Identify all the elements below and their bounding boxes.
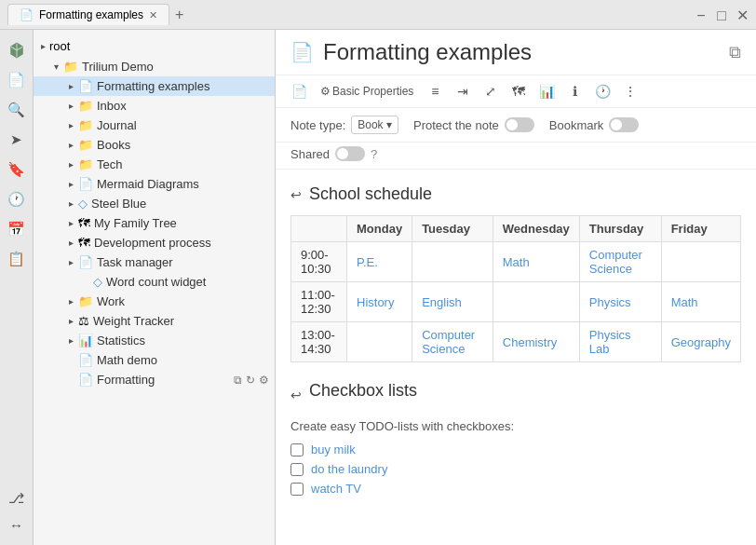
chevron-icon: ▸ xyxy=(63,81,78,91)
tree-label: Formatting examples xyxy=(97,79,209,93)
cell-time: 13:00-14:30 xyxy=(291,322,347,362)
bookmarks-icon[interactable]: 🔖 xyxy=(4,157,30,183)
git-icon[interactable]: ⎇ xyxy=(4,485,30,511)
cell-mon xyxy=(347,322,412,362)
tree-item-journal[interactable]: ▸ 📁 Journal xyxy=(34,116,275,135)
toolbar-btn-1[interactable]: ≡ xyxy=(423,79,447,103)
tree-item-books[interactable]: ▸ 📁 Books xyxy=(34,135,275,155)
checkbox-label-2: do the laundry xyxy=(311,462,387,476)
tree-root[interactable]: ▸ root xyxy=(34,35,275,57)
minimize-button[interactable]: − xyxy=(695,8,708,21)
diamond-icon: ◇ xyxy=(93,275,102,289)
help-icon[interactable]: ? xyxy=(371,147,377,161)
schedule-header: ↩ School schedule xyxy=(290,184,741,204)
toolbar-btn-2[interactable]: ⇥ xyxy=(451,79,475,103)
table-row: 9:00-10:30 P.E. Math Computer Science xyxy=(291,242,741,282)
recent-icon[interactable]: 🕐 xyxy=(4,186,30,212)
tree-item-dev-process[interactable]: ▸ 🗺 Development process xyxy=(34,233,275,252)
history-button[interactable]: 🕐 xyxy=(590,79,614,103)
toolbar: 📄 ⚙ Basic Properties ≡ ⇥ ⤢ 🗺 📊 ℹ 🕐 ⋮ xyxy=(276,75,756,108)
chart-icon: 📊 xyxy=(78,334,93,347)
tree-item-trilium-demo[interactable]: ▾ 📁 Trilium Demo xyxy=(34,57,275,76)
checkbox-1[interactable] xyxy=(290,443,304,456)
dropdown-icon: ▾ xyxy=(386,118,392,131)
cell-wed: Chemistry xyxy=(493,322,579,362)
checkbox-item-2: do the laundry xyxy=(290,462,741,476)
maximize-button[interactable]: □ xyxy=(715,8,728,21)
tree-label: Math demo xyxy=(97,353,157,367)
clipboard-icon[interactable]: 📋 xyxy=(4,246,30,272)
tree-item-steel-blue[interactable]: ▸ ◇ Steel Blue xyxy=(34,194,275,213)
title-bar: 📄 Formatting examples ✕ + − □ ✕ xyxy=(0,0,756,30)
note-icon: 📄 xyxy=(78,353,93,367)
toolbar-btn-5[interactable]: 📊 xyxy=(534,79,559,103)
tree-item-math-demo[interactable]: ▸ 📄 Math demo xyxy=(34,350,275,370)
bookmark-toggle[interactable] xyxy=(609,117,639,132)
checkbox-label-3: watch TV xyxy=(311,482,361,496)
tree-item-weight-tracker[interactable]: ▸ ⚖ Weight Tracker xyxy=(34,311,275,331)
info-button[interactable]: ℹ xyxy=(562,79,587,103)
chevron-icon: ▸ xyxy=(63,257,78,267)
col-friday: Friday xyxy=(661,216,740,242)
tree-item-task-manager[interactable]: ▸ 📄 Task manager xyxy=(34,252,275,272)
search-icon[interactable]: 🔍 xyxy=(4,97,30,123)
note-title-actions[interactable]: ⧉ xyxy=(729,43,741,62)
note-type-icon: 📄 xyxy=(290,41,314,63)
cell-tue: Computer Science xyxy=(412,322,493,362)
refresh-icon[interactable]: ↻ xyxy=(246,374,255,387)
toolbar-btn-4[interactable]: 🗺 xyxy=(506,79,531,103)
shared-label: Shared xyxy=(290,147,330,161)
tree-label: My Family Tree xyxy=(94,216,177,230)
new-note-icon[interactable]: 📄 xyxy=(4,67,30,93)
toolbar-btn-3[interactable]: ⤢ xyxy=(479,79,503,103)
cell-mon: History xyxy=(347,282,412,322)
chevron-icon: ▸ xyxy=(63,296,78,307)
folder-icon: 📁 xyxy=(78,294,93,308)
cell-tue xyxy=(412,242,493,282)
jump-icon[interactable]: ➤ xyxy=(4,127,30,153)
settings-icon[interactable]: ⚙ xyxy=(259,374,269,387)
close-button[interactable]: ✕ xyxy=(736,8,749,21)
tree-item-word-count[interactable]: ▸ ◇ Word count widget xyxy=(34,272,275,292)
window-controls: − □ ✕ xyxy=(695,8,749,21)
tree-item-work[interactable]: ▸ 📁 Work xyxy=(34,292,275,311)
note-type-select[interactable]: Book ▾ xyxy=(351,116,398,134)
tree-item-tech[interactable]: ▸ 📁 Tech xyxy=(34,155,275,174)
schedule-table: Monday Tuesday Wednesday Thursday Friday… xyxy=(290,215,741,362)
tree-label: Development process xyxy=(94,236,211,250)
schedule-title: School schedule xyxy=(309,184,432,204)
protect-item: Protect the note xyxy=(413,117,534,132)
tree-item-statistics[interactable]: ▸ 📊 Statistics xyxy=(34,331,275,350)
tree-item-inbox[interactable]: ▸ 📁 Inbox xyxy=(34,96,275,116)
note-body: ↩ School schedule Monday Tuesday Wednesd… xyxy=(276,170,756,545)
active-tab[interactable]: 📄 Formatting examples ✕ xyxy=(7,4,169,25)
properties-button[interactable]: ⚙ Basic Properties xyxy=(315,79,419,103)
shared-toggle[interactable] xyxy=(335,146,365,161)
more-button[interactable]: ⋮ xyxy=(618,79,642,103)
checkbox-3[interactable] xyxy=(290,483,304,496)
checkbox-section: ↩ Checkbox lists Create easy TODO-lists … xyxy=(290,381,741,496)
tree-label: Books xyxy=(97,138,130,152)
new-tab-button[interactable]: + xyxy=(175,7,183,23)
table-row: 11:00-12:30 History English Physics Math xyxy=(291,282,741,322)
tree-item-formatting[interactable]: ▸ 📄 Formatting ⧉ ↻ ⚙ xyxy=(34,370,275,389)
checkbox-2[interactable] xyxy=(290,463,304,476)
protect-toggle[interactable] xyxy=(505,117,534,132)
sync-icon[interactable]: ↔ xyxy=(4,511,30,538)
note-type-item: Note type: Book ▾ xyxy=(290,116,398,134)
tree-item-family-tree[interactable]: ▸ 🗺 My Family Tree xyxy=(34,213,275,233)
weight-icon: ⚖ xyxy=(78,314,89,328)
calendar-icon[interactable]: 📅 xyxy=(4,216,30,242)
layers-icon[interactable]: ⧉ xyxy=(234,374,242,387)
tree-label: Formatting xyxy=(97,373,155,387)
tree-item-formatting-examples[interactable]: ▸ 📄 Formatting examples xyxy=(34,76,275,96)
note-icon: 📄 xyxy=(78,373,93,387)
note-type-value: Book xyxy=(358,118,383,131)
tree-item-mermaid[interactable]: ▸ 📄 Mermaid Diagrams xyxy=(34,174,275,194)
note-view-button[interactable]: 📄 xyxy=(287,79,311,103)
tree-label: Inbox xyxy=(97,99,127,113)
cell-wed: Math xyxy=(493,242,579,282)
cell-fri: Geography xyxy=(661,322,740,362)
tab-close-button[interactable]: ✕ xyxy=(149,9,157,21)
cell-fri: Math xyxy=(661,282,740,322)
